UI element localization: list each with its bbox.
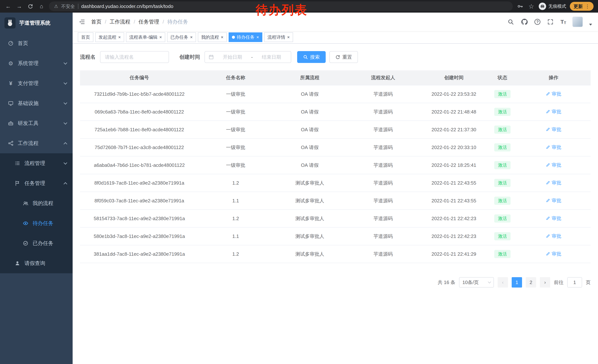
table-row: 580e1b3d-7ac8-11ec-a9e2-a2380e71991a 1.1… bbox=[80, 227, 590, 245]
dashboard-icon bbox=[8, 40, 14, 46]
prev-page-button[interactable]: ‹ bbox=[498, 277, 508, 288]
close-icon[interactable]: × bbox=[190, 35, 193, 40]
page-button-2[interactable]: 2 bbox=[526, 277, 536, 288]
close-icon[interactable]: × bbox=[256, 35, 259, 40]
search-button[interactable]: 搜索 bbox=[297, 51, 326, 63]
cell-task-id: 8f0d1619-7ac8-11ec-a9e2-a2380e71991a bbox=[80, 174, 199, 192]
fullscreen-icon[interactable] bbox=[547, 18, 554, 25]
security-warning-icon: ⚠ bbox=[54, 4, 58, 9]
approve-link[interactable]: 审批 bbox=[546, 108, 561, 115]
home-icon[interactable]: ⌂ bbox=[38, 3, 45, 10]
tab-process-detail[interactable]: 流程详情 × bbox=[264, 32, 293, 42]
cell-process: OA 请假 bbox=[273, 121, 347, 138]
annotation-overlay: 待办列表 bbox=[256, 4, 307, 16]
cell-task-id: 069c6a63-7b8a-11ec-8ef0-acde48001122 bbox=[80, 103, 199, 121]
search-icon[interactable] bbox=[507, 18, 515, 25]
tab-done-tasks[interactable]: 已办任务 × bbox=[167, 32, 196, 42]
font-size-icon[interactable]: TT bbox=[560, 19, 566, 25]
goto-page-input[interactable] bbox=[567, 277, 582, 288]
reset-button[interactable]: 重置 bbox=[329, 51, 358, 63]
breadcrumb-workflow[interactable]: 工作流程 bbox=[110, 18, 130, 25]
help-icon[interactable]: ? bbox=[534, 19, 540, 25]
yen-icon: ¥ bbox=[8, 80, 14, 87]
forward-icon[interactable]: → bbox=[16, 3, 23, 10]
goto-unit-label: 页 bbox=[586, 279, 590, 286]
next-page-button[interactable]: › bbox=[540, 277, 550, 288]
font-size-large-glyph: T bbox=[560, 19, 564, 25]
approve-link[interactable]: 审批 bbox=[546, 251, 561, 257]
edit-icon bbox=[546, 216, 550, 220]
table-row: 58154733-7ac8-11ec-a9e2-a2380e71991a 1.2… bbox=[80, 210, 590, 227]
breadcrumb-task-management[interactable]: 任务管理 bbox=[139, 18, 159, 25]
avatar[interactable] bbox=[573, 17, 583, 27]
close-icon[interactable]: × bbox=[221, 35, 224, 40]
search-button-label: 搜索 bbox=[310, 54, 320, 60]
sidebar-item-devtools[interactable]: 研发工具 bbox=[0, 113, 73, 133]
approve-link[interactable]: 审批 bbox=[546, 233, 561, 239]
cell-task-name: 一级审批 bbox=[199, 121, 273, 138]
sidebar-item-done-tasks[interactable]: 已办任务 bbox=[0, 233, 73, 253]
approve-link[interactable]: 审批 bbox=[546, 126, 561, 133]
approve-link[interactable]: 审批 bbox=[546, 197, 561, 204]
tab-process-form-edit[interactable]: 流程表单-编辑 × bbox=[126, 32, 165, 42]
date-range-picker[interactable]: 开始日期 - 结束日期 bbox=[205, 51, 291, 63]
bookmark-star-icon[interactable]: ☆ bbox=[528, 3, 535, 10]
tags-view-bar: 首页 发起流程 × 流程表单-编辑 × 已办任务 × 我的流程 × 待办任务 × bbox=[73, 31, 598, 44]
update-button[interactable]: 更新 ⋮ bbox=[570, 2, 594, 11]
approve-link[interactable]: 审批 bbox=[546, 91, 561, 97]
sidebar-item-system[interactable]: ⚙ 系统管理 bbox=[0, 53, 73, 73]
sidebar-item-label: 已办任务 bbox=[33, 240, 53, 247]
status-badge: 激活 bbox=[494, 179, 511, 187]
page-button-1[interactable]: 1 bbox=[512, 277, 522, 288]
sidebar-item-task-management[interactable]: 任务管理 bbox=[0, 173, 73, 193]
column-header-created: 创建时间 bbox=[419, 70, 488, 85]
tab-start-process[interactable]: 发起流程 × bbox=[95, 32, 124, 42]
edit-icon bbox=[546, 252, 550, 256]
key-icon[interactable] bbox=[516, 3, 524, 10]
cell-task-name: 1.2 bbox=[199, 245, 273, 263]
table-row: a6aba0a4-7b6d-11ec-b781-acde48001122 一级审… bbox=[80, 156, 590, 174]
sidebar-item-workflow[interactable]: 工作流程 bbox=[0, 133, 73, 153]
app-logo[interactable]: 芋道管理系统 bbox=[0, 13, 73, 33]
approve-link-label: 审批 bbox=[552, 91, 561, 97]
chevron-down-icon bbox=[64, 101, 67, 105]
approve-link[interactable]: 审批 bbox=[546, 144, 561, 151]
cell-task-name: 一级审批 bbox=[199, 156, 273, 174]
page-size-select[interactable]: 10条/页 bbox=[459, 277, 494, 288]
approve-link[interactable]: 审批 bbox=[546, 180, 561, 186]
cell-initiator: 芋道源码 bbox=[347, 227, 419, 245]
sidebar-item-infrastructure[interactable]: 基础设施 bbox=[0, 93, 73, 113]
table-row: 73211d9d-7b9b-11ec-b5b7-acde48001122 一级审… bbox=[80, 85, 590, 103]
tab-todo-tasks[interactable]: 待办任务 × bbox=[229, 32, 262, 42]
font-size-small-glyph: T bbox=[564, 21, 566, 25]
table-row: 8f0d1619-7ac8-11ec-a9e2-a2380e71991a 1.2… bbox=[80, 174, 590, 192]
cell-created: 2022-01-21 22:42:23 bbox=[419, 210, 488, 227]
close-icon[interactable]: × bbox=[287, 35, 290, 40]
approve-link-label: 审批 bbox=[552, 197, 561, 204]
sidebar-item-my-processes[interactable]: 我的流程 bbox=[0, 193, 73, 213]
sidebar-item-payment[interactable]: ¥ 支付管理 bbox=[0, 73, 73, 93]
breadcrumb: 首页 / 工作流程 / 任务管理 / 待办任务 bbox=[91, 18, 188, 25]
approve-link[interactable]: 审批 bbox=[546, 162, 561, 168]
tab-label: 已办任务 bbox=[170, 34, 188, 40]
close-icon[interactable]: × bbox=[159, 35, 162, 40]
breadcrumb-home[interactable]: 首页 bbox=[91, 18, 101, 25]
avatar-caret-icon[interactable] bbox=[589, 24, 592, 25]
reload-icon[interactable] bbox=[27, 3, 34, 10]
sidebar-item-process-management[interactable]: 流程管理 bbox=[0, 153, 73, 173]
check-circle-icon bbox=[22, 241, 29, 246]
back-icon[interactable]: ← bbox=[4, 3, 12, 10]
close-icon[interactable]: × bbox=[118, 35, 121, 40]
incognito-icon bbox=[539, 3, 546, 10]
sidebar-toggle-icon[interactable] bbox=[79, 19, 85, 25]
sidebar-item-home[interactable]: 首页 bbox=[0, 33, 73, 53]
process-name-input[interactable] bbox=[100, 51, 169, 63]
tab-home[interactable]: 首页 bbox=[78, 32, 93, 42]
sidebar-item-leave-query[interactable]: 请假查询 bbox=[0, 253, 73, 273]
sidebar-item-todo-tasks[interactable]: 待办任务 bbox=[0, 213, 73, 233]
tab-my-processes[interactable]: 我的流程 × bbox=[198, 32, 227, 42]
tab-label: 首页 bbox=[81, 34, 90, 40]
github-icon[interactable] bbox=[521, 18, 528, 25]
browser-menu-icon[interactable]: ⋮ bbox=[585, 4, 590, 9]
approve-link[interactable]: 审批 bbox=[546, 215, 561, 222]
